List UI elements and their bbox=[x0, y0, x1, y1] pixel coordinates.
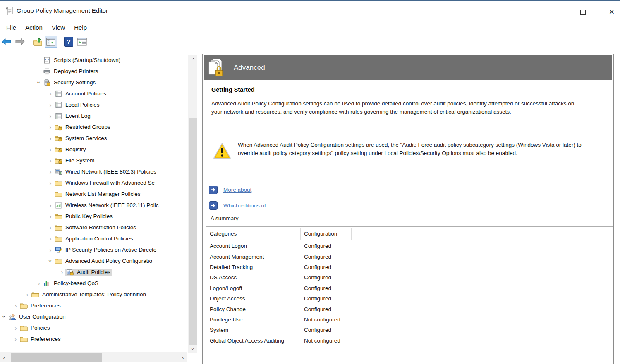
tree-item-registry[interactable]: ›Registry bbox=[0, 144, 188, 155]
tree-item-preferences[interactable]: ›Preferences bbox=[0, 300, 188, 311]
summary-row-object-access[interactable]: Object AccessConfigured bbox=[206, 293, 613, 304]
printer-icon bbox=[43, 68, 51, 75]
chevron-right-icon[interactable]: › bbox=[47, 88, 54, 99]
vertical-scroll-thumb[interactable] bbox=[189, 118, 197, 345]
chevron-right-icon[interactable]: › bbox=[12, 322, 19, 333]
summary-row-ds-access[interactable]: DS AccessConfigured bbox=[206, 272, 613, 283]
summary-row-system[interactable]: SystemConfigured bbox=[206, 325, 613, 335]
summary-label: A summary bbox=[211, 215, 239, 221]
chevron-right-icon[interactable]: › bbox=[36, 278, 42, 289]
menu-item-file[interactable]: File bbox=[2, 23, 21, 32]
scroll-down-arrow-icon[interactable]: › bbox=[188, 345, 197, 353]
summary-row-privilege-use[interactable]: Privilege UseNot configured bbox=[206, 314, 613, 325]
chevron-right-icon[interactable]: › bbox=[47, 155, 54, 166]
tree-item-account-policies[interactable]: ›Account Policies bbox=[0, 88, 188, 99]
summary-row-account-logon[interactable]: Account LogonConfigured bbox=[206, 241, 613, 251]
tree-item-wired-network-ieee-802-3-policies[interactable]: ›Wired Network (IEEE 802.3) Policies bbox=[0, 166, 188, 177]
chevron-right-icon[interactable]: › bbox=[12, 300, 19, 311]
summary-row-global-object-access-auditing[interactable]: Global Object Access AuditingNot configu… bbox=[206, 335, 613, 346]
tree-item-policies[interactable]: ›Policies bbox=[0, 322, 188, 333]
tree-item-user-configuration[interactable]: ›User Configuration bbox=[0, 311, 188, 322]
tree-item-file-system[interactable]: ›File System bbox=[0, 155, 188, 166]
tree-item-label: Deployed Printers bbox=[54, 68, 98, 74]
tree-item-restricted-groups[interactable]: ›Restricted Groups bbox=[0, 121, 188, 133]
column-header-categories[interactable]: Categories bbox=[206, 227, 301, 241]
chevron-right-icon[interactable]: › bbox=[47, 121, 54, 133]
chevron-down-icon[interactable]: › bbox=[36, 77, 42, 88]
ledger-icon bbox=[55, 90, 62, 97]
tree-item-local-policies[interactable]: ›Local Policies bbox=[0, 99, 188, 110]
tree-item-administrative-templates-policy-definition[interactable]: ›Administrative Templates: Policy defini… bbox=[0, 289, 188, 300]
chevron-down-icon[interactable]: › bbox=[1, 311, 7, 322]
chevron-right-icon[interactable]: › bbox=[47, 244, 54, 255]
tree-item-audit-policies[interactable]: ›Audit Policies bbox=[0, 266, 188, 278]
show-console-tree-button[interactable] bbox=[45, 36, 57, 48]
minimize-button[interactable] bbox=[544, 6, 563, 18]
scroll-left-arrow-icon[interactable]: ‹ bbox=[0, 352, 8, 362]
column-header-configuration[interactable]: Configuration bbox=[301, 227, 352, 241]
summary-row-policy-change[interactable]: Policy ChangeConfigured bbox=[206, 304, 613, 314]
chevron-down-icon[interactable]: › bbox=[47, 255, 54, 266]
tree-item-policy-based-qos[interactable]: ›Policy-based QoS bbox=[0, 278, 188, 289]
tree-item-windows-firewall-with-advanced-se[interactable]: ›Windows Firewall with Advanced Se bbox=[0, 177, 188, 188]
details-banner: Advanced bbox=[204, 55, 612, 80]
tree-item-label: Scripts (Startup/Shutdown) bbox=[54, 57, 120, 63]
chevron-right-icon[interactable]: › bbox=[47, 133, 54, 144]
menu-item-help[interactable]: Help bbox=[69, 23, 91, 32]
close-button[interactable]: × bbox=[602, 6, 620, 18]
tree-item-deployed-printers[interactable]: ›Deployed Printers bbox=[0, 66, 188, 77]
forward-button[interactable] bbox=[14, 36, 26, 48]
tree-item-public-key-policies[interactable]: ›Public Key Policies bbox=[0, 211, 188, 222]
summary-row-account-management[interactable]: Account ManagementConfigured bbox=[206, 251, 613, 262]
tree-horizontal-scrollbar[interactable]: ‹ › bbox=[0, 352, 187, 362]
tree-item-label: Software Restriction Policies bbox=[65, 224, 136, 231]
tree-item-security-settings[interactable]: ›Security Settings bbox=[0, 77, 188, 88]
tree-item-label: IP Security Policies on Active Directo bbox=[65, 247, 156, 253]
tree-item-advanced-audit-policy-configuratio[interactable]: ›Advanced Audit Policy Configuratio bbox=[0, 255, 188, 266]
chevron-right-icon[interactable]: › bbox=[47, 233, 54, 244]
chevron-right-icon[interactable]: › bbox=[47, 177, 54, 188]
maximize-button[interactable] bbox=[573, 6, 592, 18]
help-link-more-about[interactable]: More about bbox=[223, 187, 251, 193]
configuration-cell: Configured bbox=[301, 254, 331, 260]
menu-bar: FileActionViewHelp bbox=[0, 21, 620, 34]
chevron-right-icon[interactable]: › bbox=[24, 289, 31, 300]
scroll-up-arrow-icon[interactable]: › bbox=[188, 55, 197, 63]
tree-item-system-services[interactable]: ›System Services bbox=[0, 133, 188, 144]
tree-vertical-scrollbar[interactable]: › › bbox=[188, 55, 197, 353]
tree-item-preferences[interactable]: ›Preferences bbox=[0, 333, 188, 345]
chevron-right-icon[interactable]: › bbox=[47, 99, 54, 110]
tree-item-application-control-policies[interactable]: ›Application Control Policies bbox=[0, 233, 188, 244]
tree-item-label: Application Control Policies bbox=[65, 236, 133, 242]
tree-item-software-restriction-policies[interactable]: ›Software Restriction Policies bbox=[0, 222, 188, 233]
chevron-right-icon[interactable]: › bbox=[12, 333, 19, 345]
column-separator[interactable] bbox=[351, 228, 352, 240]
folder-icon bbox=[20, 325, 28, 331]
chevron-right-icon[interactable]: › bbox=[47, 222, 54, 233]
help-button[interactable]: ? bbox=[62, 36, 75, 48]
tree-item-event-log[interactable]: ›Event Log bbox=[0, 110, 188, 121]
chevron-right-icon[interactable]: › bbox=[47, 200, 54, 211]
summary-row-detailed-tracking[interactable]: Detailed TrackingConfigured bbox=[206, 262, 613, 272]
back-button[interactable] bbox=[0, 36, 13, 48]
chevron-right-icon[interactable]: › bbox=[47, 211, 54, 222]
export-list-button[interactable] bbox=[76, 36, 88, 48]
up-one-level-button[interactable] bbox=[31, 36, 44, 48]
menu-item-action[interactable]: Action bbox=[21, 23, 47, 32]
help-link-which-editions-of[interactable]: Which editions of bbox=[223, 202, 266, 209]
scroll-right-arrow-icon[interactable]: › bbox=[179, 352, 187, 362]
summary-row-logon-logoff[interactable]: Logon/LogoffConfigured bbox=[206, 283, 613, 293]
tree-item-label: Security Settings bbox=[54, 79, 96, 86]
chevron-right-icon[interactable]: › bbox=[47, 166, 54, 177]
audit-lock-icon bbox=[66, 269, 74, 276]
tree-item-network-list-manager-policies[interactable]: ›Network List Manager Policies bbox=[0, 188, 188, 200]
chevron-right-icon[interactable]: › bbox=[47, 144, 54, 155]
tree-item-ip-security-policies-on-active-directo[interactable]: ›IP Security Policies on Active Directo bbox=[0, 244, 188, 255]
tree-item-wireless-network-ieee-802-11-polic[interactable]: ›Wireless Network (IEEE 802.11) Polic bbox=[0, 200, 188, 211]
tree-item-scripts-startup-shutdown[interactable]: ›Scripts (Startup/Shutdown) bbox=[0, 55, 188, 66]
chevron-right-icon[interactable]: › bbox=[47, 110, 54, 121]
horizontal-scroll-thumb[interactable] bbox=[11, 353, 102, 362]
menu-item-view[interactable]: View bbox=[47, 23, 69, 32]
chevron-right-icon[interactable]: › bbox=[59, 266, 65, 278]
details-pane-title: Advanced bbox=[234, 64, 265, 72]
